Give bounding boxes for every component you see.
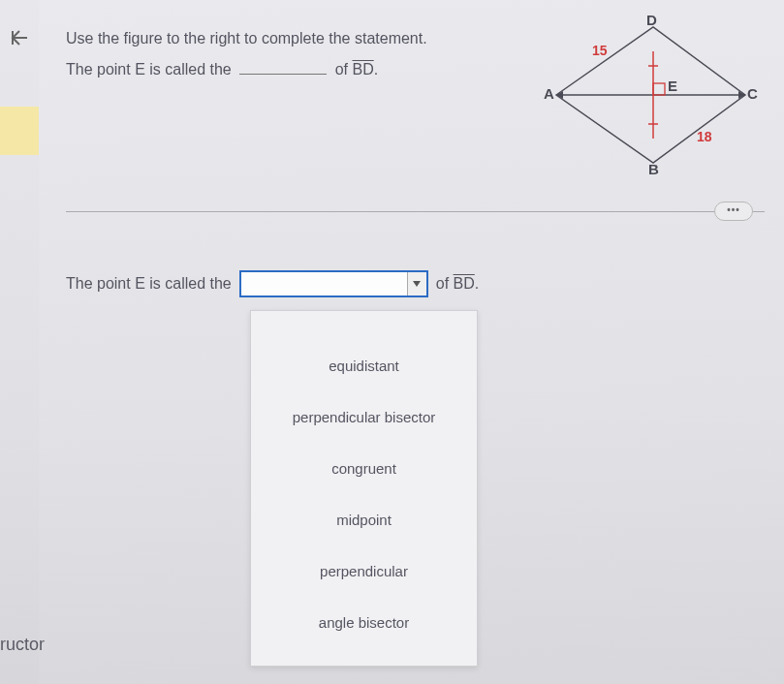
dropdown-option-perpendicular-bisector[interactable]: perpendicular bisector	[251, 391, 477, 443]
dropdown-menu: equidistant perpendicular bisector congr…	[250, 310, 478, 667]
question-text: Use the figure to the right to complete …	[66, 17, 542, 85]
answer-prefix: The point E is called the	[66, 275, 232, 293]
answer-segment: BD	[454, 275, 475, 292]
dropdown-option-equidistant[interactable]: equidistant	[251, 340, 477, 391]
dropdown-option-midpoint[interactable]: midpoint	[251, 494, 477, 545]
length-ad: 15	[592, 43, 608, 58]
length-bc: 18	[697, 129, 712, 144]
vertex-a: A	[544, 85, 554, 102]
section-divider: •••	[66, 211, 765, 212]
divider-line	[66, 211, 765, 212]
dropdown-value	[241, 272, 407, 295]
answer-dropdown[interactable]	[239, 270, 428, 297]
back-icon[interactable]	[10, 27, 31, 54]
svg-rect-7	[653, 83, 665, 95]
rhombus-diagram	[542, 17, 755, 172]
answer-row: The point E is called the of BD.	[66, 270, 765, 297]
geometry-figure: D A C B E 15 18	[542, 17, 755, 172]
vertex-b: B	[648, 161, 659, 177]
fill-blank	[239, 63, 327, 75]
vertex-c: C	[747, 85, 758, 102]
dropdown-option-congruent[interactable]: congruent	[251, 443, 477, 494]
footer-fragment: ructor	[0, 635, 45, 655]
chevron-down-icon	[407, 272, 426, 295]
segment-bd: BD	[352, 61, 373, 78]
question-line-2: The point E is called the of BD.	[66, 54, 542, 85]
dropdown-option-angle-bisector[interactable]: angle bisector	[251, 597, 477, 648]
svg-marker-10	[413, 281, 421, 287]
vertex-e: E	[668, 78, 677, 94]
highlight-tab	[0, 107, 39, 155]
vertex-d: D	[646, 12, 657, 28]
question-line-1: Use the figure to the right to complete …	[66, 23, 542, 54]
dropdown-option-perpendicular[interactable]: perpendicular	[251, 545, 477, 597]
more-options-button[interactable]: •••	[714, 202, 753, 221]
